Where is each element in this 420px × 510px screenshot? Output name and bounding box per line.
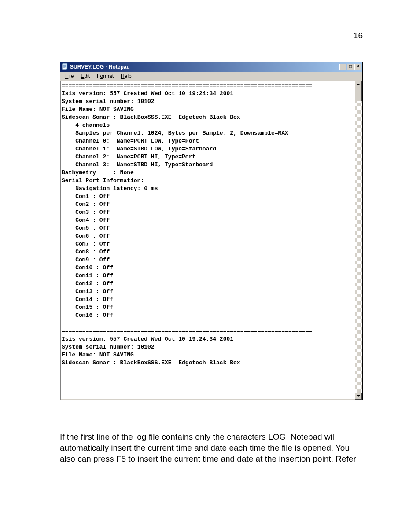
titlebar: SURVEY.LOG - Notepad _ □ × bbox=[60, 62, 362, 72]
client-area: ========================================… bbox=[60, 81, 362, 400]
scroll-up-button[interactable] bbox=[355, 81, 362, 88]
menu-format[interactable]: Format bbox=[94, 72, 117, 80]
caption-text: If the first line of the log file contai… bbox=[60, 431, 363, 464]
scroll-track[interactable] bbox=[355, 101, 362, 393]
page-number: 16 bbox=[354, 31, 363, 40]
text-area[interactable]: ========================================… bbox=[61, 81, 355, 400]
menu-file[interactable]: File bbox=[62, 72, 77, 80]
close-button[interactable]: × bbox=[354, 64, 361, 70]
scroll-thumb[interactable] bbox=[355, 88, 362, 101]
notepad-icon bbox=[61, 63, 68, 70]
maximize-button[interactable]: □ bbox=[347, 64, 354, 70]
menubar: File Edit Format Help bbox=[60, 72, 362, 81]
notepad-window: SURVEY.LOG - Notepad _ □ × File Edit For… bbox=[60, 62, 363, 400]
scroll-down-button[interactable] bbox=[355, 393, 362, 400]
minimize-button[interactable]: _ bbox=[339, 64, 346, 70]
menu-help[interactable]: Help bbox=[118, 72, 135, 80]
menu-edit[interactable]: Edit bbox=[77, 72, 93, 80]
vertical-scrollbar[interactable] bbox=[355, 81, 362, 400]
window-title: SURVEY.LOG - Notepad bbox=[70, 64, 130, 70]
